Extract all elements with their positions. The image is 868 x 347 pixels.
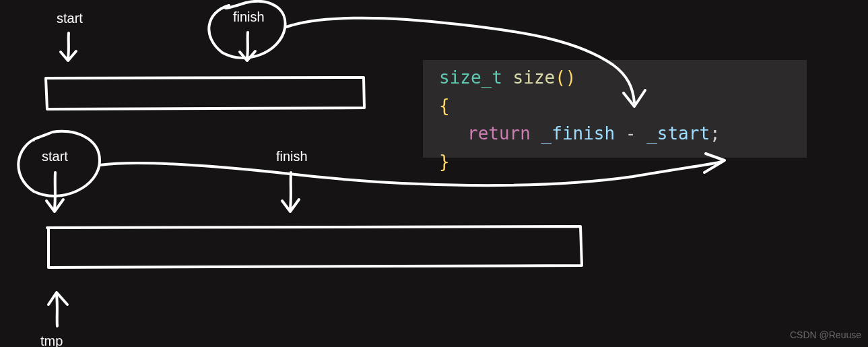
code-brace-close: } <box>439 152 450 172</box>
code-line-return: return _finish - _start; <box>439 120 796 148</box>
bottom-start-label: start <box>42 149 68 164</box>
box-bottom <box>47 226 582 267</box>
arrow-bottom-finish-head <box>282 199 299 212</box>
arrow-top-finish-head <box>240 51 255 61</box>
top-start-label: start <box>57 11 83 26</box>
code-brace-open: { <box>439 96 450 116</box>
arrow-tmp-head <box>48 292 67 305</box>
arrow-top-start-shaft <box>68 33 69 58</box>
code-line-brace-open: { <box>439 92 796 121</box>
watermark: CSDN @Reuuse <box>790 329 861 340</box>
code-fn-name: size <box>513 67 556 88</box>
code-return-kw: return <box>467 123 531 144</box>
code-minus: - <box>615 123 646 144</box>
code-semi: ; <box>710 123 721 144</box>
arrow-top-finish-shaft <box>247 32 248 58</box>
arrow-bottom-start-head <box>46 199 63 212</box>
box-top <box>46 77 364 109</box>
code-snippet: size_t size() { return _finish - _start;… <box>423 60 807 158</box>
arrow-top-start-head <box>61 51 76 61</box>
code-parens: () <box>555 67 576 88</box>
tmp-label: tmp <box>40 334 63 347</box>
top-finish-label: finish <box>233 9 265 25</box>
code-type: size_t <box>439 67 502 88</box>
bottom-finish-label: finish <box>276 149 308 164</box>
code-line-brace-close: } <box>439 148 796 177</box>
arrow-bottom-start-shaft <box>55 172 55 209</box>
code-line-signature: size_t size() <box>439 64 796 92</box>
code-start-ident: _start <box>646 123 710 144</box>
code-finish-ident: _finish <box>541 123 615 144</box>
arrow-bottom-finish-shaft <box>290 172 291 209</box>
arrow-tmp-shaft <box>57 295 57 326</box>
